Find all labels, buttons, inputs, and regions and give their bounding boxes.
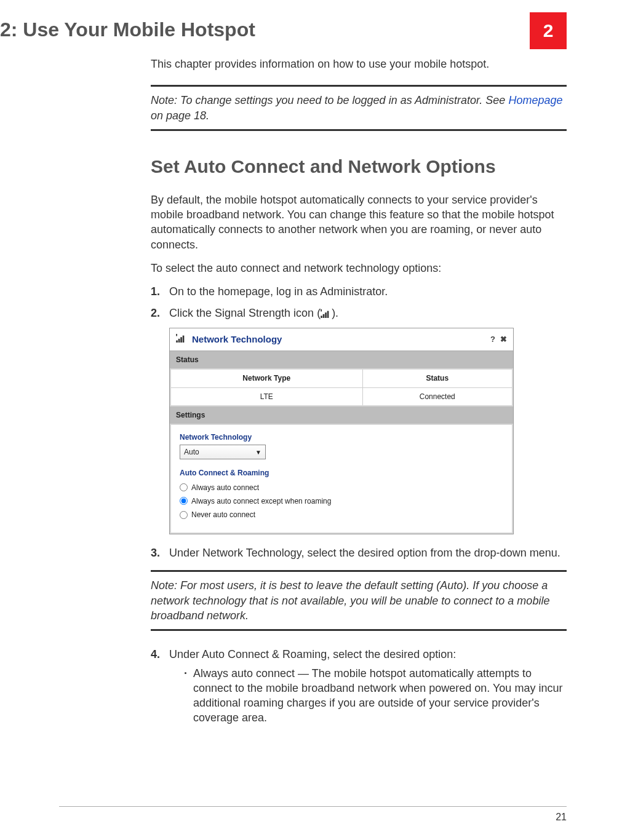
table-header-network-type: Network Type xyxy=(171,370,362,387)
network-technology-label: Network Technology xyxy=(180,432,503,442)
radio-never-auto-connect[interactable] xyxy=(180,511,188,519)
note-default-auto: Note: For most users, it is best to leav… xyxy=(151,570,567,631)
chapter-intro: This chapter provides information on how… xyxy=(151,57,567,71)
svg-rect-8 xyxy=(180,337,182,343)
radio-label: Never auto connect xyxy=(191,510,255,520)
step-2-pre: Click the Signal Strength icon ( xyxy=(169,307,321,319)
note-label: Note: xyxy=(151,579,177,592)
svg-rect-1 xyxy=(321,315,322,318)
dropdown-value: Auto xyxy=(184,447,199,457)
svg-rect-6 xyxy=(176,340,178,343)
settings-section-label: Settings xyxy=(170,406,513,424)
svg-rect-7 xyxy=(178,339,180,343)
status-table: Network Type Status LTE Connected xyxy=(171,370,512,405)
step-number: 3. xyxy=(151,545,169,560)
network-technology-panel: Network Technology ? ✖ Status Network Ty… xyxy=(169,328,514,534)
chevron-down-icon: ▼ xyxy=(255,448,261,457)
svg-rect-0 xyxy=(321,309,322,312)
step-2-text: Click the Signal Strength icon (). xyxy=(169,306,567,322)
step-number: 1. xyxy=(151,284,169,299)
radio-always-auto-connect[interactable] xyxy=(180,483,188,491)
step-3-text: Under Network Technology, select the des… xyxy=(169,545,567,560)
step-4-text: Under Auto Connect & Roaming, select the… xyxy=(169,648,456,660)
note-admin-login: Note: To change settings you need to be … xyxy=(151,85,567,131)
radio-label: Always auto connect except when roaming xyxy=(191,496,331,506)
svg-rect-2 xyxy=(323,314,325,318)
note-label: Note: xyxy=(151,94,177,106)
table-cell-status: Connected xyxy=(362,387,512,405)
section-paragraph-1: By default, the mobile hotspot automatic… xyxy=(151,192,567,252)
chapter-title: 2: Use Your Mobile Hotspot xyxy=(0,18,517,41)
step-2-post: ). xyxy=(332,307,338,319)
signal-strength-icon xyxy=(321,307,332,322)
step-1-text: On to the homepage, log in as Administra… xyxy=(169,284,567,299)
signal-strength-icon xyxy=(176,334,187,346)
step-4-bullet-1: Always auto connect — The mobile hotspot… xyxy=(193,666,567,726)
network-technology-dropdown[interactable]: Auto ▼ xyxy=(180,445,266,459)
table-header-status: Status xyxy=(362,370,512,387)
step-number: 2. xyxy=(151,306,169,322)
note-text-before: To change settings you need to be logged… xyxy=(177,94,508,106)
step-number: 4. xyxy=(151,647,169,729)
page-number: 21 xyxy=(59,806,567,823)
panel-title: Network Technology xyxy=(192,333,490,346)
status-section-label: Status xyxy=(170,351,513,368)
homepage-link[interactable]: Homepage xyxy=(508,94,562,106)
auto-connect-roaming-label: Auto Connect & Roaming xyxy=(180,468,503,478)
svg-rect-9 xyxy=(183,335,185,342)
radio-except-roaming[interactable] xyxy=(180,497,188,505)
section-title: Set Auto Connect and Network Options xyxy=(151,156,567,178)
section-paragraph-2: To select the auto connect and network t… xyxy=(151,261,567,275)
help-icon[interactable]: ? xyxy=(490,334,495,345)
note-text: For most users, it is best to leave the … xyxy=(151,579,549,622)
svg-rect-4 xyxy=(327,311,329,317)
table-cell-network-type: LTE xyxy=(171,387,362,405)
chapter-number-badge: 2 xyxy=(530,12,567,49)
radio-label: Always auto connect xyxy=(191,483,259,493)
close-icon[interactable]: ✖ xyxy=(500,334,507,345)
note-text-after: on page 18. xyxy=(151,109,209,122)
svg-rect-3 xyxy=(325,312,327,318)
svg-rect-5 xyxy=(176,334,177,336)
